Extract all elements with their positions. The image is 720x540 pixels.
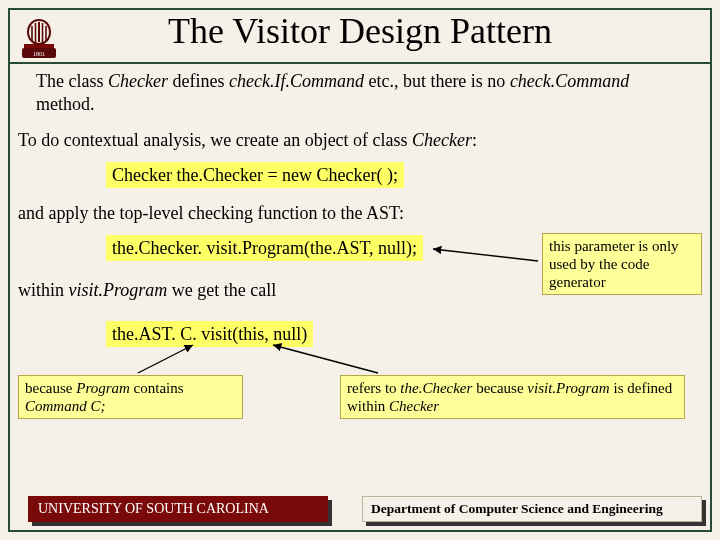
svg-line-10 [273,345,378,373]
callout-parameter: this parameter is only used by the code … [542,233,702,295]
callout-refers-checker: refers to the.Checker because visit.Prog… [340,375,685,419]
text-italic: check.Command [510,71,629,91]
text: etc., but there is no [364,71,510,91]
callout-program-contains: because Program contains Command C; [18,375,243,419]
text: because [25,380,76,396]
text-italic: check.If.Command [229,71,364,91]
footer-department-bar: Department of Computer Science and Engin… [362,496,702,522]
slide-title: The Visitor Design Pattern [0,10,720,52]
intro-paragraph: The class Checker defines check.If.Comma… [36,70,682,115]
text-italic: the.Checker [400,380,472,396]
code-snippet-3: the.AST. C. visit(this, null) [106,321,702,348]
text: method. [36,94,95,114]
text-italic: Command C; [25,398,105,414]
text: The class [36,71,108,91]
code-snippet-1: Checker the.Checker = new Checker( ); [106,162,702,189]
text: To do contextual analysis, we create an … [18,130,412,150]
text-italic: Program [76,380,130,396]
text: because [472,380,527,396]
footer-university: UNIVERSITY OF SOUTH CAROLINA [28,496,328,522]
svg-line-9 [138,345,193,373]
footer-department: Department of Computer Science and Engin… [362,496,702,522]
text: : [472,130,477,150]
text-italic: Checker [389,398,439,414]
context-paragraph: To do contextual analysis, we create an … [18,129,702,152]
footer-university-bar: UNIVERSITY OF SOUTH CAROLINA [28,496,328,522]
code-snippet-2: the.Checker. visit.Program(the.AST, null… [106,235,423,262]
text-italic: visit.Program [527,380,609,396]
code-highlight: the.AST. C. visit(this, null) [106,321,313,348]
code-highlight: the.Checker. visit.Program(the.AST, null… [106,235,423,262]
code-highlight: Checker the.Checker = new Checker( ); [106,162,404,189]
row-callouts: because Program contains Command C; refe… [18,353,702,443]
text: refers to [347,380,400,396]
text: defines [168,71,229,91]
within-paragraph: within visit.Program we get the call [18,279,276,302]
text: we get the call [167,280,276,300]
text-italic: visit.Program [69,280,168,300]
text-italic: Checker [108,71,168,91]
apply-paragraph: and apply the top-level checking functio… [18,202,702,225]
text: within [18,280,69,300]
row-code2: the.Checker. visit.Program(the.AST, null… [18,235,702,315]
text-italic: Checker [412,130,472,150]
svg-line-8 [433,249,538,261]
text: contains [130,380,184,396]
slide-title-underline [8,62,712,64]
slide-content: The class Checker defines check.If.Comma… [18,70,702,443]
